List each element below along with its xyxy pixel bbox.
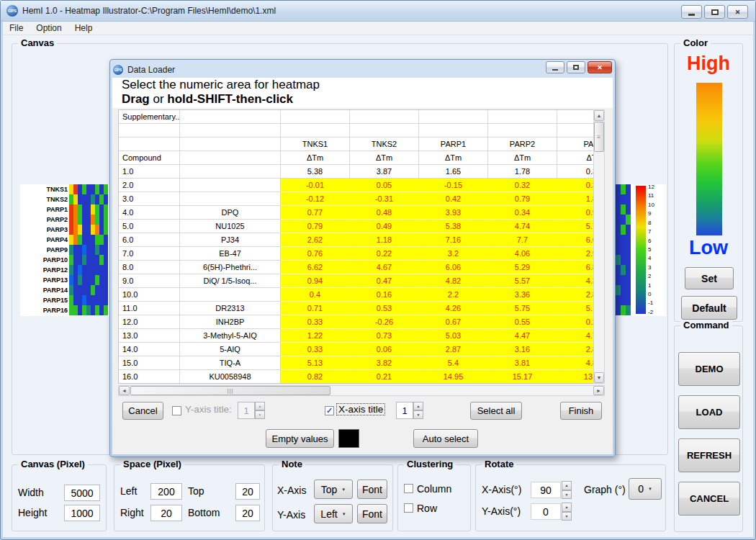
empty-values-color-swatch[interactable] — [338, 429, 359, 448]
canvas-height-input[interactable]: 1000 — [64, 505, 100, 521]
table-cell[interactable] — [350, 110, 419, 124]
y-axis-title-spinbox[interactable]: 1 — [238, 402, 255, 419]
table-cell[interactable]: NU1025 — [180, 220, 281, 233]
table-cell[interactable]: 0.16 — [350, 288, 419, 302]
table-cell[interactable]: 13.0 — [119, 329, 180, 343]
table-cell[interactable]: 14.0 — [119, 343, 180, 356]
table-cell[interactable]: EB-47 — [180, 247, 281, 261]
scroll-up-icon[interactable]: ▲ — [594, 110, 604, 121]
spin-down-icon[interactable]: ▼ — [562, 512, 572, 521]
spin-down-icon[interactable]: ▼ — [413, 410, 423, 419]
table-cell[interactable]: 7.7 — [488, 233, 557, 247]
table-cell[interactable]: -0.15 — [419, 179, 488, 192]
table-cell[interactable] — [281, 124, 350, 138]
table-cell[interactable]: 0.34 — [488, 206, 557, 220]
table-cell[interactable] — [488, 124, 557, 138]
refresh-button[interactable]: REFRESH — [678, 438, 740, 472]
rotate-x-input[interactable]: 90 — [531, 482, 561, 498]
x-axis-title-checkbox[interactable]: ✓ — [325, 406, 334, 415]
spin-up-icon[interactable]: ▲ — [413, 402, 423, 410]
table-cell[interactable]: 0.42 — [419, 192, 488, 206]
table-cell[interactable]: 7.0 — [119, 247, 180, 261]
table-cell[interactable]: 3.81 — [488, 356, 557, 370]
dialog-cancel-button[interactable]: Cancel — [122, 402, 163, 420]
table-cell[interactable]: DPQ — [180, 206, 281, 220]
vertical-scroll-thumb[interactable]: ≡ — [594, 122, 604, 152]
table-cell[interactable]: 12.0 — [119, 315, 180, 329]
table-cell[interactable]: 0.77 — [281, 206, 350, 220]
table-cell[interactable]: 0.21 — [350, 370, 419, 384]
table-row[interactable]: 15.0TIQ-A5.133.825.43.814.8 — [119, 356, 593, 370]
color-gradient-bar[interactable] — [696, 83, 722, 235]
table-row[interactable]: 7.0EB-470.760.223.24.062.9 — [119, 247, 593, 261]
horizontal-scroll-thumb[interactable]: ||| — [130, 386, 330, 395]
spin-down-icon[interactable]: ▼ — [562, 490, 572, 500]
table-cell[interactable] — [180, 179, 281, 192]
table-cell[interactable]: 6.8 — [557, 261, 593, 274]
select-all-button[interactable]: Select all — [470, 402, 522, 420]
table-cell[interactable]: 2.8 — [557, 288, 593, 302]
table-cell[interactable]: 0.47 — [350, 274, 419, 288]
table-row[interactable]: 4.0DPQ0.770.483.930.340.9 — [119, 206, 593, 220]
table-cell[interactable]: 3.2 — [419, 247, 488, 261]
table-row[interactable]: 13.03-Methyl-5-AIQ1.220.735.034.474.7 — [119, 329, 593, 343]
table-cell[interactable]: 3-Methyl-5-AIQ — [180, 329, 281, 343]
table-cell[interactable]: -0.31 — [350, 192, 419, 206]
table-cell[interactable]: PARP2 — [488, 138, 557, 151]
table-cell[interactable]: Compound — [119, 151, 180, 165]
table-row[interactable]: 11.0DR23130.710.534.265.755.1 — [119, 302, 593, 315]
table-cell[interactable]: 4.06 — [488, 247, 557, 261]
table-cell[interactable]: 2.0 — [119, 179, 180, 192]
table-row[interactable]: 16.0KU00589480.820.2114.9515.1713.7 — [119, 370, 593, 384]
table-cell[interactable] — [488, 110, 557, 124]
table-cell[interactable] — [180, 192, 281, 206]
table-cell[interactable] — [180, 151, 281, 165]
clustering-row-checkbox[interactable] — [404, 503, 413, 513]
table-cell[interactable]: 0.3 — [557, 179, 593, 192]
table-cell[interactable]: 16.0 — [119, 370, 180, 384]
table-cell[interactable]: 5.03 — [419, 329, 488, 343]
table-cell[interactable]: DR2313 — [180, 302, 281, 315]
spin-up-icon[interactable]: ▲ — [562, 503, 572, 512]
table-cell[interactable]: 6(5H)-Phethri... — [180, 261, 281, 274]
table-cell[interactable]: 5.7 — [557, 220, 593, 233]
minimize-button[interactable] — [681, 5, 702, 19]
table-cell[interactable]: 0.2 — [557, 315, 593, 329]
table-cell[interactable]: 7.16 — [419, 233, 488, 247]
table-cell[interactable]: TIQ-A — [180, 356, 281, 370]
table-cell[interactable] — [180, 110, 281, 124]
table-cell[interactable]: 2.62 — [281, 233, 350, 247]
table-row[interactable]: 14.05-AIQ0.330.062.873.162.8 — [119, 343, 593, 356]
table-cell[interactable]: 5.1 — [557, 302, 593, 315]
table-cell[interactable]: 0.33 — [281, 343, 350, 356]
table-cell[interactable]: 5-AIQ — [180, 343, 281, 356]
empty-values-button[interactable]: Empty values — [266, 429, 334, 448]
table-cell[interactable]: 5.75 — [488, 302, 557, 315]
table-cell[interactable]: 0.55 — [488, 315, 557, 329]
table-row[interactable]: 6.0PJ342.621.187.167.76.0 — [119, 233, 593, 247]
table-cell[interactable]: 0.22 — [350, 247, 419, 261]
table-row[interactable]: Supplementary... — [119, 110, 593, 124]
table-cell[interactable]: 4.74 — [488, 220, 557, 233]
space-top-input[interactable]: 20 — [235, 483, 260, 500]
table-cell[interactable]: ΔTm — [419, 151, 488, 165]
canvas-width-input[interactable]: 5000 — [64, 485, 100, 501]
scroll-left-icon[interactable]: ◄ — [119, 386, 130, 395]
table-cell[interactable]: 0.53 — [350, 302, 419, 315]
table-cell[interactable]: 1.18 — [350, 233, 419, 247]
table-cell[interactable]: DiQ/ 1/5-Isoq... — [180, 274, 281, 288]
table-cell[interactable]: 15.17 — [488, 370, 557, 384]
table-cell[interactable]: INH2BP — [180, 315, 281, 329]
table-row[interactable]: 12.0INH2BP0.33-0.260.670.550.2 — [119, 315, 593, 329]
default-button[interactable]: Default — [681, 296, 737, 320]
table-cell[interactable]: 4.3 — [557, 274, 593, 288]
table-cell[interactable]: 5.13 — [281, 356, 350, 370]
table-row[interactable]: 9.0DiQ/ 1/5-Isoq...0.940.474.825.574.3 — [119, 274, 593, 288]
table-cell[interactable]: 6.06 — [419, 261, 488, 274]
table-cell[interactable] — [180, 138, 281, 151]
table-row[interactable]: 5.0NU10250.790.495.384.745.7 — [119, 220, 593, 233]
table-cell[interactable]: 8.0 — [119, 261, 180, 274]
table-cell[interactable]: 6.0 — [119, 233, 180, 247]
table-cell[interactable] — [557, 124, 593, 138]
table-row[interactable] — [119, 124, 593, 138]
